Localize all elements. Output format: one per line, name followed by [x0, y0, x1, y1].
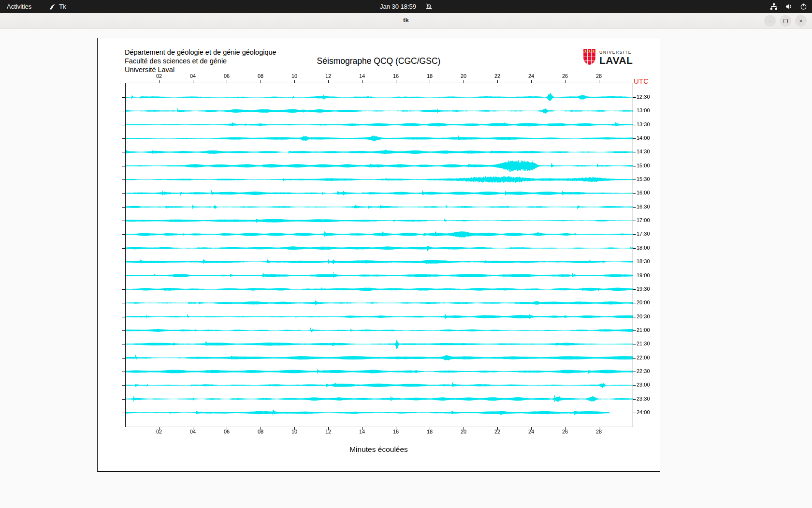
close-button[interactable]: ×	[795, 15, 807, 27]
network-icon[interactable]	[770, 3, 778, 10]
row-time-label: 24:00	[637, 409, 650, 415]
seismograph-window: Département de géologie et de génie géol…	[97, 38, 660, 472]
maximize-button[interactable]	[780, 15, 791, 27]
x-tick-label-bottom: 18	[422, 429, 437, 434]
row-time-label: 15:00	[637, 163, 650, 168]
row-time-label: 20:00	[637, 299, 650, 305]
x-tick-label-top: 16	[388, 73, 404, 79]
x-tick-label-bottom: 12	[320, 429, 336, 434]
row-time-label: 12:30	[637, 94, 650, 100]
row-time-label: 16:30	[637, 204, 650, 209]
row-time-label: 21:00	[637, 327, 650, 333]
row-time-label: 17:30	[637, 231, 650, 237]
row-time-label: 14:00	[637, 135, 650, 141]
minimize-icon: −	[768, 18, 772, 24]
window-controls: − ×	[764, 15, 807, 27]
x-tick-label-top: 28	[591, 73, 607, 79]
x-tick-label-top: 10	[287, 73, 302, 79]
x-tick-label-top: 06	[219, 73, 234, 79]
x-tick-label-top: 26	[557, 73, 573, 79]
x-tick-label-bottom: 10	[287, 429, 302, 434]
row-time-label: 16:00	[637, 190, 650, 195]
row-time-label: 21:30	[637, 341, 650, 346]
row-time-label: 23:30	[637, 396, 650, 402]
window-title: tk	[0, 16, 812, 24]
x-tick-label-bottom: 08	[253, 429, 268, 434]
row-time-label: 23:00	[637, 382, 650, 388]
x-tick-label-bottom: 24	[523, 429, 539, 434]
close-icon: ×	[799, 18, 803, 24]
row-time-label: 13:30	[637, 121, 650, 127]
x-tick-label-top: 18	[422, 73, 437, 79]
maximize-icon	[783, 19, 788, 23]
power-icon[interactable]	[800, 3, 807, 10]
row-time-label: 19:00	[637, 272, 650, 278]
row-time-label: 19:30	[637, 286, 650, 292]
row-time-label: 20:30	[637, 314, 650, 319]
row-time-label: 13:00	[637, 107, 650, 113]
x-tick-label-bottom: 02	[151, 429, 167, 434]
top-bar: Activities Tk Jan 30 18:59	[0, 0, 812, 13]
x-tick-label-top: 24	[523, 73, 539, 79]
x-tick-label-top: 22	[490, 73, 505, 79]
x-tick-label-top: 02	[151, 73, 167, 79]
plot-axis-labels: 0202040406060808101012121414161618182020…	[98, 38, 660, 471]
x-tick-label-top: 12	[320, 73, 336, 79]
x-tick-label-top: 14	[354, 73, 370, 79]
row-time-label: 14:30	[637, 149, 650, 154]
top-bar-right	[770, 0, 807, 13]
x-tick-label-bottom: 28	[591, 429, 607, 434]
row-time-label: 15:30	[637, 176, 650, 182]
x-tick-label-bottom: 06	[219, 429, 234, 434]
row-time-label: 17:00	[637, 217, 650, 223]
clock[interactable]: Jan 30 18:59	[380, 3, 416, 10]
notifications-disabled-icon[interactable]	[426, 3, 432, 10]
row-time-label: 22:00	[637, 355, 650, 360]
x-tick-label-bottom: 04	[185, 429, 201, 434]
x-tick-label-bottom: 22	[490, 429, 505, 434]
volume-icon[interactable]	[785, 3, 793, 10]
x-axis-title: Minutes écoulées	[98, 445, 660, 454]
x-tick-label-bottom: 14	[354, 429, 370, 434]
x-tick-label-bottom: 16	[388, 429, 404, 434]
row-time-label: 22:30	[637, 368, 650, 374]
x-tick-label-top: 20	[456, 73, 471, 79]
top-bar-center: Jan 30 18:59	[0, 0, 812, 13]
x-tick-label-bottom: 26	[557, 429, 573, 434]
x-tick-label-bottom: 20	[456, 429, 471, 434]
minimize-button[interactable]: −	[764, 15, 776, 27]
window-titlebar[interactable]: tk − ×	[0, 13, 812, 29]
row-time-label: 18:30	[637, 258, 650, 264]
desktop-content: Département de géologie et de génie géol…	[0, 29, 812, 508]
x-tick-label-top: 04	[185, 73, 201, 79]
utc-label: UTC	[634, 77, 649, 85]
row-time-label: 18:00	[637, 245, 650, 251]
x-tick-label-top: 08	[253, 73, 268, 79]
